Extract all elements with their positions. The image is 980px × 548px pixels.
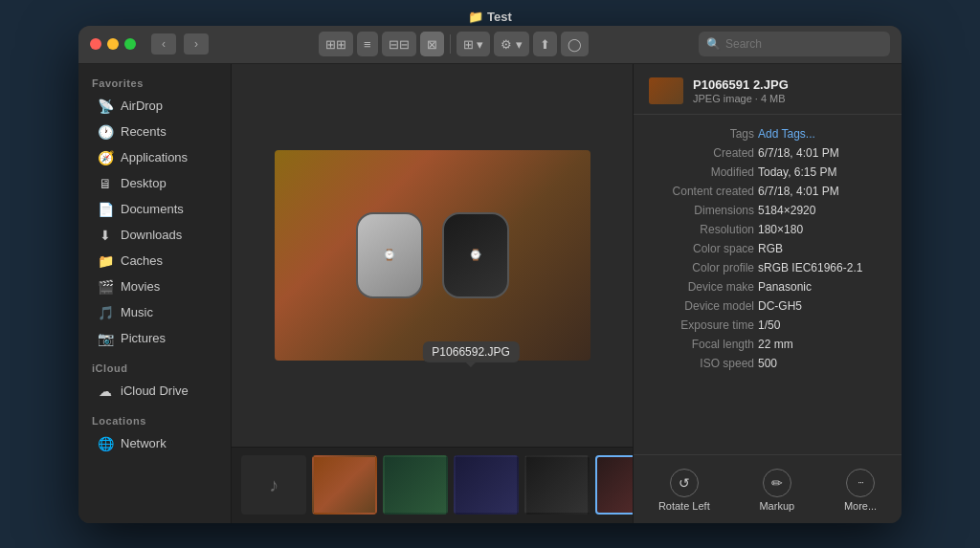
search-input[interactable] xyxy=(725,37,882,51)
file-info: P1066591 2.JPG JPEG image · 4 MB xyxy=(693,77,789,104)
gallery-main[interactable]: ⌚ ⌚ P1066592.JPG xyxy=(232,64,633,447)
thumb-3[interactable] xyxy=(383,455,448,515)
action-button[interactable]: ⚙ ▾ xyxy=(494,32,529,56)
markup-label: Markup xyxy=(759,500,794,512)
content-area: ⌚ ⌚ P1066592.JPG ♪ xyxy=(232,64,634,523)
watch-left: ⌚ xyxy=(356,212,423,298)
documents-icon: 📄 xyxy=(98,202,113,217)
close-button[interactable] xyxy=(90,38,101,50)
file-title: P1066591 2.JPG xyxy=(693,77,789,92)
markup-button[interactable]: ✏ Markup xyxy=(749,465,804,515)
sidebar-label-caches: Caches xyxy=(121,253,163,268)
sidebar-item-applications[interactable]: 🧭 Applications xyxy=(84,145,225,170)
modified-label: Modified xyxy=(649,165,754,179)
rotate-left-icon: ↺ xyxy=(670,469,699,497)
meta-color-profile: Color profile sRGB IEC61966-2.1 xyxy=(634,258,902,277)
view-gallery-button[interactable]: ⊠ xyxy=(420,32,444,56)
tags-label: Tags xyxy=(649,127,754,141)
sidebar-item-music[interactable]: 🎵 Music xyxy=(84,300,225,325)
thumb-4[interactable] xyxy=(454,455,519,515)
gallery-area: ⌚ ⌚ P1066592.JPG ♪ xyxy=(232,64,634,523)
toolbar: ⊞⊞ ≡ ⊟⊟ ⊠ ⊞ ▾ ⚙ ▾ ⬆ ◯ xyxy=(216,32,691,56)
forward-button[interactable]: › xyxy=(184,33,209,55)
sidebar-item-airdrop[interactable]: 📡 AirDrop xyxy=(84,94,225,119)
created-value: 6/7/18, 4:01 PM xyxy=(758,146,886,160)
content-created-value: 6/7/18, 4:01 PM xyxy=(758,185,886,198)
meta-device-model: Device model DC-GH5 xyxy=(634,296,902,316)
music-icon: 🎵 xyxy=(98,305,113,320)
sidebar-item-icloud-drive[interactable]: ☁ iCloud Drive xyxy=(84,379,225,404)
search-box[interactable]: 🔍 xyxy=(699,32,890,56)
meta-tags: Tags Add Tags... xyxy=(634,124,902,143)
inspector-header: P1066591 2.JPG JPEG image · 4 MB xyxy=(634,64,902,115)
movies-icon: 🎬 xyxy=(98,279,113,295)
back-button[interactable]: ‹ xyxy=(151,33,176,55)
device-model-value: DC-GH5 xyxy=(758,299,886,313)
content-created-label: Content created xyxy=(649,185,754,198)
file-thumbnail xyxy=(649,77,683,104)
sidebar-label-downloads: Downloads xyxy=(121,228,182,242)
markup-icon: ✏ xyxy=(763,469,791,497)
sidebar-label-airdrop: AirDrop xyxy=(121,99,163,113)
thumb-1[interactable]: ♪ xyxy=(241,455,306,515)
meta-color-space: Color space RGB xyxy=(634,239,902,258)
meta-resolution: Resolution 180×180 xyxy=(634,220,902,239)
meta-dimensions: Dimensions 5184×2920 xyxy=(634,201,902,220)
exposure-label: Exposure time xyxy=(649,318,754,332)
meta-iso: ISO speed 500 xyxy=(634,354,902,373)
meta-content-created: Content created 6/7/18, 4:01 PM xyxy=(634,182,902,201)
tag-button[interactable]: ◯ xyxy=(561,32,589,56)
watch-right: ⌚ xyxy=(442,212,509,298)
sidebar-item-desktop[interactable]: 🖥 Desktop xyxy=(84,171,225,196)
icloud-header: iCloud xyxy=(78,359,231,378)
downloads-icon: ⬇ xyxy=(98,228,113,243)
group-button[interactable]: ⊞ ▾ xyxy=(457,32,491,56)
rotate-left-button[interactable]: ↺ Rotate Left xyxy=(649,465,720,515)
sidebar-item-movies[interactable]: 🎬 Movies xyxy=(84,274,225,299)
created-label: Created xyxy=(649,146,754,160)
exposure-value: 1/50 xyxy=(758,318,886,332)
filmstrip: ♪ xyxy=(232,447,633,523)
view-column-button[interactable]: ⊟⊟ xyxy=(382,32,416,56)
caches-icon: 📁 xyxy=(98,253,113,269)
sidebar-item-downloads[interactable]: ⬇ Downloads xyxy=(84,223,225,248)
dimensions-label: Dimensions xyxy=(649,204,754,217)
sidebar-label-desktop: Desktop xyxy=(121,176,167,190)
more-label: More... xyxy=(844,500,877,512)
maximize-button[interactable] xyxy=(124,38,136,50)
thumb-6[interactable] xyxy=(595,455,633,515)
inspector-panel: P1066591 2.JPG JPEG image · 4 MB Tags Ad… xyxy=(634,64,902,523)
finder-window: ‹ › ⊞⊞ ≡ ⊟⊟ ⊠ ⊞ ▾ ⚙ ▾ ⬆ ◯ 🔍 📁 Test Favor… xyxy=(78,26,902,523)
titlebar: ‹ › ⊞⊞ ≡ ⊟⊟ ⊠ ⊞ ▾ ⚙ ▾ ⬆ ◯ 🔍 xyxy=(78,26,902,64)
sidebar-item-recents[interactable]: 🕐 Recents xyxy=(84,120,225,144)
airdrop-icon: 📡 xyxy=(98,99,113,114)
more-button[interactable]: ··· More... xyxy=(835,465,886,515)
view-icon-button[interactable]: ⊞⊞ xyxy=(319,32,353,56)
view-list-button[interactable]: ≡ xyxy=(357,32,378,56)
toolbar-separator xyxy=(450,34,451,54)
color-profile-label: Color profile xyxy=(649,261,754,274)
share-button[interactable]: ⬆ xyxy=(533,32,557,56)
tags-value[interactable]: Add Tags... xyxy=(758,127,886,141)
meta-created: Created 6/7/18, 4:01 PM xyxy=(634,143,902,163)
pictures-icon: 📷 xyxy=(98,331,113,346)
sidebar-item-caches[interactable]: 📁 Caches xyxy=(84,249,225,274)
sidebar-label-movies: Movies xyxy=(121,279,160,294)
sidebar-item-pictures[interactable]: 📷 Pictures xyxy=(84,326,225,351)
sidebar-item-documents[interactable]: 📄 Documents xyxy=(84,197,225,222)
color-profile-value: sRGB IEC61966-2.1 xyxy=(758,261,886,274)
device-make-value: Panasonic xyxy=(758,280,886,294)
applications-icon: 🧭 xyxy=(98,150,113,165)
focal-length-value: 22 mm xyxy=(758,338,886,351)
sidebar-label-pictures: Pictures xyxy=(121,331,166,345)
thumb-5[interactable] xyxy=(524,455,590,515)
resolution-value: 180×180 xyxy=(758,223,886,236)
dimensions-value: 5184×2920 xyxy=(758,204,886,217)
sidebar: Favorites 📡 AirDrop 🕐 Recents 🧭 Applicat… xyxy=(78,64,232,523)
sidebar-item-network[interactable]: 🌐 Network xyxy=(84,431,225,456)
thumb-2[interactable] xyxy=(312,455,377,515)
file-subtitle: JPEG image · 4 MB xyxy=(693,93,789,104)
minimize-button[interactable] xyxy=(107,38,119,50)
icloud-icon: ☁ xyxy=(98,384,113,399)
sidebar-label-network: Network xyxy=(121,436,167,450)
